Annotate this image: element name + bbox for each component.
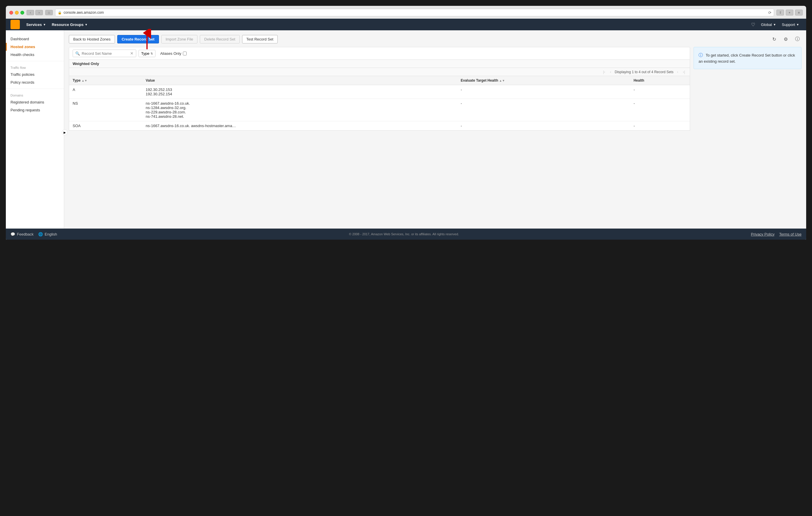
record-sets-table: Type ▲▼ Value Evaluate Target Health xyxy=(69,76,690,130)
cell-evaluate: - xyxy=(457,85,630,99)
pagination-bar: |‹ ‹ Displaying 1 to 4 out of 4 Record S… xyxy=(69,68,690,76)
minimize-button[interactable] xyxy=(15,11,19,14)
language-selector[interactable]: 🌐 English xyxy=(38,232,57,236)
aws-nav: Services ▼ Resource Groups ▼ ♡ Global ▼ … xyxy=(6,19,806,30)
footer-right: Privacy Policy Terms of Use xyxy=(751,232,802,236)
table-row[interactable]: A192.30.252.153 192.30.252.154-- xyxy=(69,85,690,99)
close-button[interactable] xyxy=(9,11,13,14)
sidebar-item-registered-domains[interactable]: Registered domains xyxy=(6,98,64,106)
col-type[interactable]: Type ▲▼ xyxy=(69,76,142,85)
cell-type: A xyxy=(69,85,142,99)
sidebar-item-health-checks[interactable]: Health checks xyxy=(6,51,64,59)
sidebar-collapse-button[interactable]: ▶ xyxy=(62,129,68,135)
aliases-only-checkbox[interactable] xyxy=(183,52,187,55)
browser-menu-button[interactable]: ≡ xyxy=(795,10,803,16)
chat-icon: 💬 xyxy=(10,232,15,236)
window-mode-button[interactable]: □ xyxy=(45,10,53,15)
sidebar-item-pending-requests[interactable]: Pending requests xyxy=(6,106,64,114)
cell-type: NS xyxy=(69,99,142,121)
url-text: console.aws.amazon.com xyxy=(64,10,104,14)
sort-type-icon: ▲▼ xyxy=(81,79,87,82)
col-value[interactable]: Value xyxy=(142,76,457,85)
cell-value: 192.30.252.153 192.30.252.154 xyxy=(142,85,457,99)
import-zone-file-button: Import Zone File xyxy=(161,35,198,43)
record-set-name-input[interactable] xyxy=(82,51,128,56)
sidebar: Dashboard Hosted zones Health checks Tra… xyxy=(6,30,64,229)
create-record-set-button[interactable]: Create Record Set xyxy=(117,35,159,43)
chevron-down-icon: ▼ xyxy=(796,23,799,26)
nav-services[interactable]: Services ▼ xyxy=(23,19,49,30)
test-record-set-button[interactable]: Test Record Set xyxy=(242,35,278,43)
weighted-only-bar: Weighted Only xyxy=(69,60,690,68)
toolbar: Back to Hosted Zones Create Record Set I… xyxy=(69,35,802,43)
svg-rect-2 xyxy=(13,25,17,26)
nav-global[interactable]: Global ▼ xyxy=(759,19,778,30)
back-to-hosted-zones-button[interactable]: Back to Hosted Zones xyxy=(69,35,115,43)
lock-icon: 🔒 xyxy=(58,11,62,14)
arrow-indicator-container: Type ⇅ xyxy=(139,50,155,57)
search-icon: 🔍 xyxy=(75,51,80,56)
feedback-button[interactable]: 💬 Feedback xyxy=(10,232,33,236)
sidebar-divider-2 xyxy=(6,89,64,89)
table-row[interactable]: NSns-1667.awsdns-16.co.uk. ns-1284.awsdn… xyxy=(69,99,690,121)
table-header-row: Type ▲▼ Value Evaluate Target Health xyxy=(69,76,690,85)
pagination-text: Displaying 1 to 4 out of 4 Record Sets xyxy=(614,70,673,74)
red-arrow-icon xyxy=(143,29,151,52)
help-button[interactable]: ⓘ xyxy=(793,35,802,43)
back-nav-button[interactable]: ‹ xyxy=(27,10,34,15)
maximize-button[interactable] xyxy=(21,11,24,14)
svg-rect-1 xyxy=(13,23,18,24)
sort-evaluate-icon: ▲▼ xyxy=(499,79,505,82)
delete-record-set-button: Delete Record Set xyxy=(200,35,239,43)
sidebar-item-traffic-policies[interactable]: Traffic policies xyxy=(6,70,64,79)
address-bar[interactable]: 🔒 console.aws.amazon.com ⟳ xyxy=(55,9,774,16)
toolbar-icons: ↻ ⚙ ⓘ xyxy=(770,35,802,43)
sidebar-divider xyxy=(6,61,64,61)
first-page-button[interactable]: |‹ xyxy=(602,69,606,74)
last-page-button[interactable]: ›| xyxy=(682,69,686,74)
info-icon: ⓘ xyxy=(699,53,703,57)
nav-bell[interactable]: ♡ xyxy=(749,19,757,30)
cell-evaluate: - xyxy=(457,121,630,131)
refresh-button[interactable]: ↻ xyxy=(770,35,778,43)
nav-resource-groups[interactable]: Resource Groups ▼ xyxy=(49,19,90,30)
aws-logo[interactable] xyxy=(10,20,20,29)
sidebar-item-hosted-zones[interactable]: Hosted zones xyxy=(6,43,64,51)
sidebar-domains-section: Domains xyxy=(6,91,64,98)
chevron-down-icon: ▼ xyxy=(85,23,88,26)
forward-nav-button[interactable]: › xyxy=(35,10,43,15)
table-row[interactable]: SOAns-1667.awsdns-16.co.uk. awsdns-hostm… xyxy=(69,121,690,131)
next-page-button[interactable]: › xyxy=(676,69,679,74)
sidebar-traffic-section: Traffic flow xyxy=(6,64,64,70)
col-evaluate[interactable]: Evaluate Target Health ▲▼ xyxy=(457,76,630,85)
footer-copyright: © 2008 - 2017, Amazon Web Services, Inc.… xyxy=(57,232,751,236)
new-tab-button[interactable]: + xyxy=(786,10,793,16)
sidebar-item-policy-records[interactable]: Policy records xyxy=(6,79,64,86)
footer: 💬 Feedback 🌐 English © 2008 - 2017, Amaz… xyxy=(6,229,806,240)
aliases-filter: Aliases Only xyxy=(160,51,187,56)
footer-left: 💬 Feedback 🌐 English xyxy=(10,232,57,236)
privacy-policy-link[interactable]: Privacy Policy xyxy=(751,232,775,236)
globe-icon: 🌐 xyxy=(38,232,43,236)
share-button[interactable]: ⇧ xyxy=(776,10,784,16)
cell-health: - xyxy=(630,99,690,121)
nav-support[interactable]: Support ▼ xyxy=(780,19,802,30)
cell-value: ns-1667.awsdns-16.co.uk. awsdns-hostmast… xyxy=(142,121,457,131)
cell-type: SOA xyxy=(69,121,142,131)
chevron-down-icon: ▼ xyxy=(43,23,46,26)
right-info-panel: ⓘ To get started, click Create Record Se… xyxy=(694,47,802,69)
table-container: Weighted Only |‹ ‹ Displaying 1 to 4 out… xyxy=(69,60,690,131)
select-arrows-icon: ⇅ xyxy=(150,52,153,55)
cell-health: - xyxy=(630,85,690,99)
col-health[interactable]: Health xyxy=(630,76,690,85)
sidebar-item-dashboard[interactable]: Dashboard xyxy=(6,35,64,43)
table-wrapper: 🔍 ✕ xyxy=(69,47,690,131)
settings-button[interactable]: ⚙ xyxy=(782,35,790,43)
terms-of-use-link[interactable]: Terms of Use xyxy=(779,232,802,236)
clear-search-button[interactable]: ✕ xyxy=(130,51,134,56)
cell-health: - xyxy=(630,121,690,131)
reload-button[interactable]: ⟳ xyxy=(768,10,772,15)
prev-page-button[interactable]: ‹ xyxy=(609,69,612,74)
cell-value: ns-1667.awsdns-16.co.uk. ns-1284.awsdns-… xyxy=(142,99,457,121)
search-box[interactable]: 🔍 ✕ xyxy=(72,50,136,57)
